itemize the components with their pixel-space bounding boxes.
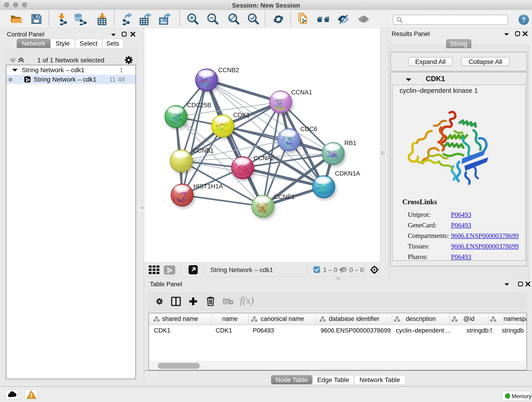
svg-text:CCNB2: CCNB2: [218, 67, 239, 74]
svg-text:CCNB1: CCNB1: [193, 147, 214, 154]
svg-text:?: ?: [522, 16, 526, 23]
svg-text:HIST1H1A: HIST1H1A: [193, 183, 223, 190]
svg-text:RB1: RB1: [344, 140, 356, 147]
svg-text:CDC25B: CDC25B: [187, 102, 211, 109]
svg-text:CCNE1: CCNE1: [274, 193, 295, 200]
svg-text:CDC6: CDC6: [300, 126, 317, 133]
svg-text:CDKN1A: CDKN1A: [335, 170, 360, 177]
svg-text:CCNA2: CCNA2: [254, 155, 275, 162]
svg-text:CDK1: CDK1: [233, 112, 250, 119]
svg-text:CCNA1: CCNA1: [291, 89, 312, 96]
